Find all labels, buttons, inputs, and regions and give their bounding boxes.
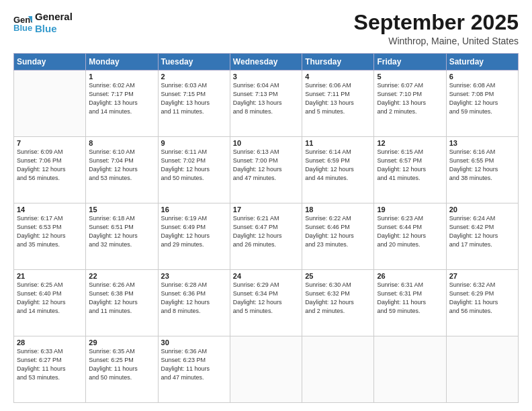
cell-info: Sunrise: 6:10 AM Sunset: 7:04 PM Dayligh… [89,148,154,183]
logo-line2: Blue [35,23,73,35]
cell-info: Sunrise: 6:29 AM Sunset: 6:34 PM Dayligh… [233,281,299,316]
day-number: 24 [233,272,299,280]
calendar-cell: 4Sunrise: 6:06 AM Sunset: 7:11 PM Daylig… [302,71,374,137]
col-header-saturday: Saturday [446,54,518,71]
calendar-cell: 16Sunrise: 6:19 AM Sunset: 6:49 PM Dayli… [158,203,230,270]
cell-info: Sunrise: 6:30 AM Sunset: 6:32 PM Dayligh… [305,281,371,316]
cell-info: Sunrise: 6:09 AM Sunset: 7:06 PM Dayligh… [17,148,83,183]
cell-info: Sunrise: 6:14 AM Sunset: 6:59 PM Dayligh… [305,148,371,183]
calendar-cell: 21Sunrise: 6:25 AM Sunset: 6:40 PM Dayli… [14,270,86,336]
title-block: September 2025 Winthrop, Maine, United S… [354,11,519,46]
calendar-cell [14,71,86,137]
day-number: 7 [17,139,83,147]
day-number: 13 [449,139,515,147]
day-number: 11 [305,139,371,147]
day-number: 21 [17,272,83,280]
logo: General Blue General Blue [13,11,73,35]
cell-info: Sunrise: 6:17 AM Sunset: 6:53 PM Dayligh… [17,214,83,249]
col-header-monday: Monday [86,54,158,71]
calendar-cell: 12Sunrise: 6:15 AM Sunset: 6:57 PM Dayli… [374,137,446,203]
day-number: 9 [161,139,227,147]
col-header-sunday: Sunday [14,54,86,71]
calendar-cell: 3Sunrise: 6:04 AM Sunset: 7:13 PM Daylig… [230,71,302,137]
week-row-1: 1Sunrise: 6:02 AM Sunset: 7:17 PM Daylig… [14,71,519,137]
cell-info: Sunrise: 6:06 AM Sunset: 7:11 PM Dayligh… [305,81,371,116]
calendar-cell: 1Sunrise: 6:02 AM Sunset: 7:17 PM Daylig… [86,71,158,137]
calendar-cell: 6Sunrise: 6:08 AM Sunset: 7:08 PM Daylig… [446,71,518,137]
day-number: 30 [161,338,227,347]
cell-info: Sunrise: 6:11 AM Sunset: 7:02 PM Dayligh… [161,148,227,183]
calendar-cell: 25Sunrise: 6:30 AM Sunset: 6:32 PM Dayli… [302,270,374,336]
cell-info: Sunrise: 6:13 AM Sunset: 7:00 PM Dayligh… [233,148,299,183]
cell-info: Sunrise: 6:03 AM Sunset: 7:15 PM Dayligh… [161,81,227,116]
calendar-cell [302,336,374,403]
cell-info: Sunrise: 6:04 AM Sunset: 7:13 PM Dayligh… [233,81,299,116]
calendar-cell [230,336,302,403]
cell-info: Sunrise: 6:24 AM Sunset: 6:42 PM Dayligh… [449,214,515,249]
calendar-header-row: SundayMondayTuesdayWednesdayThursdayFrid… [14,54,519,71]
calendar-cell: 20Sunrise: 6:24 AM Sunset: 6:42 PM Dayli… [446,203,518,270]
calendar-cell: 9Sunrise: 6:11 AM Sunset: 7:02 PM Daylig… [158,137,230,203]
day-number: 2 [161,73,227,81]
calendar-cell: 29Sunrise: 6:35 AM Sunset: 6:25 PM Dayli… [86,336,158,403]
cell-info: Sunrise: 6:19 AM Sunset: 6:49 PM Dayligh… [161,214,227,249]
cell-info: Sunrise: 6:25 AM Sunset: 6:40 PM Dayligh… [17,281,83,316]
calendar-cell: 17Sunrise: 6:21 AM Sunset: 6:47 PM Dayli… [230,203,302,270]
day-number: 6 [449,73,515,81]
cell-info: Sunrise: 6:15 AM Sunset: 6:57 PM Dayligh… [377,148,443,183]
cell-info: Sunrise: 6:18 AM Sunset: 6:51 PM Dayligh… [89,214,154,249]
header: General Blue General Blue September 2025… [13,11,519,46]
calendar-cell: 26Sunrise: 6:31 AM Sunset: 6:31 PM Dayli… [374,270,446,336]
day-number: 29 [89,338,154,347]
calendar-cell [374,336,446,403]
calendar-cell: 14Sunrise: 6:17 AM Sunset: 6:53 PM Dayli… [14,203,86,270]
calendar-cell: 28Sunrise: 6:33 AM Sunset: 6:27 PM Dayli… [14,336,86,403]
col-header-wednesday: Wednesday [230,54,302,71]
cell-info: Sunrise: 6:08 AM Sunset: 7:08 PM Dayligh… [449,81,515,116]
week-row-5: 28Sunrise: 6:33 AM Sunset: 6:27 PM Dayli… [14,336,519,403]
calendar-cell: 30Sunrise: 6:36 AM Sunset: 6:23 PM Dayli… [158,336,230,403]
day-number: 4 [305,73,371,81]
location: Winthrop, Maine, United States [354,36,519,46]
calendar-cell: 22Sunrise: 6:26 AM Sunset: 6:38 PM Dayli… [86,270,158,336]
cell-info: Sunrise: 6:22 AM Sunset: 6:46 PM Dayligh… [305,214,371,249]
cell-info: Sunrise: 6:16 AM Sunset: 6:55 PM Dayligh… [449,148,515,183]
day-number: 16 [161,205,227,214]
calendar-cell: 27Sunrise: 6:32 AM Sunset: 6:29 PM Dayli… [446,270,518,336]
week-row-2: 7Sunrise: 6:09 AM Sunset: 7:06 PM Daylig… [14,137,519,203]
day-number: 3 [233,73,299,81]
day-number: 10 [233,139,299,147]
cell-info: Sunrise: 6:07 AM Sunset: 7:10 PM Dayligh… [377,81,443,116]
day-number: 15 [89,205,154,214]
week-row-3: 14Sunrise: 6:17 AM Sunset: 6:53 PM Dayli… [14,203,519,270]
day-number: 25 [305,272,371,280]
day-number: 22 [89,272,154,280]
calendar-table: SundayMondayTuesdayWednesdayThursdayFrid… [13,53,519,403]
day-number: 8 [89,139,154,147]
cell-info: Sunrise: 6:35 AM Sunset: 6:25 PM Dayligh… [89,347,154,382]
cell-info: Sunrise: 6:33 AM Sunset: 6:27 PM Dayligh… [17,347,83,382]
day-number: 17 [233,205,299,214]
day-number: 23 [161,272,227,280]
calendar-cell: 5Sunrise: 6:07 AM Sunset: 7:10 PM Daylig… [374,71,446,137]
day-number: 14 [17,205,83,214]
day-number: 26 [377,272,443,280]
calendar-cell: 7Sunrise: 6:09 AM Sunset: 7:06 PM Daylig… [14,137,86,203]
calendar-cell [446,336,518,403]
month-title: September 2025 [354,11,519,34]
cell-info: Sunrise: 6:31 AM Sunset: 6:31 PM Dayligh… [377,281,443,316]
day-number: 27 [449,272,515,280]
col-header-friday: Friday [374,54,446,71]
svg-text:Blue: Blue [13,23,32,32]
day-number: 20 [449,205,515,214]
cell-info: Sunrise: 6:02 AM Sunset: 7:17 PM Dayligh… [89,81,154,116]
cell-info: Sunrise: 6:28 AM Sunset: 6:36 PM Dayligh… [161,281,227,316]
day-number: 18 [305,205,371,214]
day-number: 28 [17,338,83,347]
cell-info: Sunrise: 6:36 AM Sunset: 6:23 PM Dayligh… [161,347,227,382]
day-number: 12 [377,139,443,147]
col-header-tuesday: Tuesday [158,54,230,71]
logo-icon: General Blue [13,13,32,32]
cell-info: Sunrise: 6:21 AM Sunset: 6:47 PM Dayligh… [233,214,299,249]
calendar-cell: 24Sunrise: 6:29 AM Sunset: 6:34 PM Dayli… [230,270,302,336]
